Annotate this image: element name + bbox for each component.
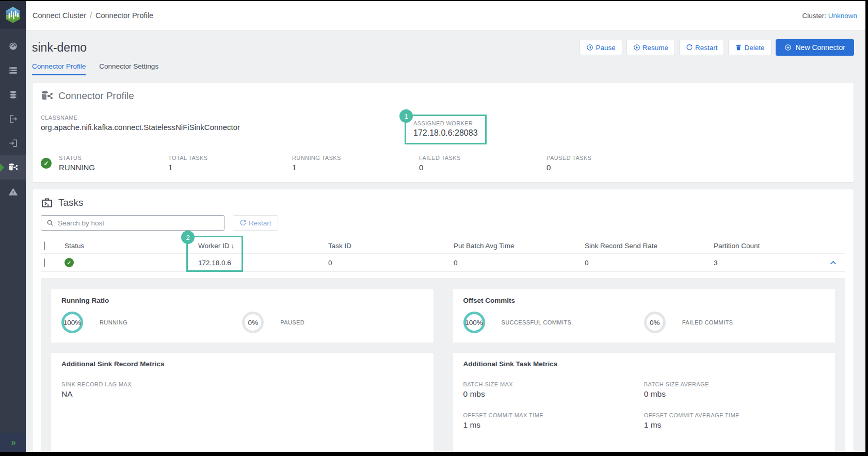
sidebar-item-producers[interactable] — [0, 107, 26, 131]
resume-button[interactable]: Resume — [626, 40, 675, 55]
sink-record-metrics-title: Additional Sink Record Metrics — [61, 360, 423, 368]
refresh-icon — [686, 44, 693, 51]
connector-profile-card-header: Connector Profile — [41, 90, 845, 102]
col-worker-id[interactable]: Worker ID↓ — [198, 242, 328, 250]
metric-sink-record-lag-max: SINK RECORD LAG MAX NA — [61, 381, 242, 399]
connector-profile-card-title: Connector Profile — [58, 90, 134, 102]
sidebar-item-alerts[interactable] — [0, 180, 26, 204]
restart-button[interactable]: Restart — [679, 40, 725, 55]
tab-connector-profile[interactable]: Connector Profile — [32, 62, 86, 75]
running-ratio-title: Running Ratio — [61, 297, 423, 304]
metric-offset-commit-average-time: OFFSET COMMIT AVERAGE TIME 1 ms — [644, 412, 825, 430]
chevron-double-right-icon: » — [11, 437, 14, 448]
sidebar-item-connect[interactable] — [0, 155, 26, 180]
app-window: » Connect Cluster / Connector Profile Cl… — [0, 1, 865, 452]
pause-circle-icon — [586, 44, 593, 51]
col-put-batch-avg-time[interactable]: Put Batch Avg Time — [454, 242, 585, 250]
search-input[interactable] — [58, 219, 219, 227]
assigned-worker-value: 172.18.0.6:28083 — [413, 128, 478, 138]
app-logo[interactable] — [0, 1, 26, 29]
page-title: sink-demo — [32, 41, 87, 55]
running-ratio-paused: 0% PAUSED — [242, 312, 423, 333]
stat-failed-tasks: FAILED TASKS 0 — [419, 155, 546, 172]
gauge-icon — [8, 41, 18, 51]
tab-connector-settings[interactable]: Connector Settings — [99, 62, 158, 75]
row-put-batch-avg-time: 0 — [454, 259, 585, 267]
sort-desc-icon: ↓ — [231, 242, 235, 250]
refresh-icon — [239, 219, 247, 226]
new-connector-button[interactable]: New Connector — [776, 39, 855, 56]
breadcrumb-connector-profile: Connector Profile — [95, 11, 153, 20]
offset-commits-successful: 100% SUCCESSFUL COMMITS — [463, 312, 644, 333]
smm-hexagon-logo-icon — [5, 6, 21, 24]
annotation-badge-1: 1 — [399, 109, 413, 123]
tasks-restart-button[interactable]: Restart — [233, 215, 278, 231]
breadcrumb-separator: / — [90, 11, 92, 20]
brokers-icon — [8, 66, 18, 75]
stat-paused-tasks: PAUSED TASKS 0 — [546, 155, 591, 172]
connector-icon — [41, 90, 53, 102]
row-checkbox[interactable] — [44, 258, 45, 267]
check-circle-icon: ✓ — [41, 158, 52, 169]
annotation-badge-2: 2 — [181, 231, 195, 244]
offset-commits-title: Offset Commits — [463, 297, 825, 304]
task-row: ✓ 172.18.0.6 0 0 0 3 — [41, 253, 845, 272]
tasks-card: Tasks Restart 2 — [32, 189, 854, 452]
plus-circle-icon — [784, 44, 792, 51]
sink-task-metrics-title: Additional Sink Task Metrics — [463, 360, 825, 368]
alert-triangle-icon — [8, 187, 18, 197]
sidebar-item-topics[interactable] — [0, 83, 26, 107]
sidebar-item-brokers[interactable] — [0, 58, 26, 83]
col-sink-record-send-rate[interactable]: Sink Record Send Rate — [585, 242, 714, 250]
tasks-table-header: Status Worker ID↓ Task ID Put Batch Avg … — [41, 238, 845, 253]
successful-commits-ring: 100% — [463, 312, 485, 333]
connect-icon — [8, 162, 18, 172]
assigned-worker-annotation-box: 1 ASSIGNED WORKER 172.18.0.6:28083 — [405, 115, 487, 144]
pause-button[interactable]: Pause — [580, 40, 622, 55]
tasks-table: 2 Status Worker ID↓ Task ID Put Batch Av… — [41, 238, 845, 272]
action-buttons: Pause Resume Restart Delete — [580, 39, 854, 56]
status-value: RUNNING — [59, 163, 95, 172]
top-header: Connect Cluster / Connector Profile Clus… — [26, 1, 865, 30]
classname-value: org.apache.nifi.kafka.connect.StatelessN… — [41, 123, 405, 132]
search-icon — [46, 219, 54, 226]
collapse-row-chevron-up-icon[interactable] — [829, 259, 837, 267]
sidebar-item-overview[interactable] — [0, 34, 26, 58]
sink-record-metrics-panel: Additional Sink Record Metrics SINK RECO… — [51, 353, 433, 452]
metric-offset-commit-max-time: OFFSET COMMIT MAX TIME 1 ms — [463, 412, 644, 430]
topics-icon — [8, 90, 18, 100]
col-status[interactable]: Status — [65, 242, 198, 250]
sidebar: » — [0, 1, 26, 452]
running-ring: 100% — [61, 312, 83, 333]
col-task-id[interactable]: Task ID — [328, 242, 454, 250]
select-all-checkbox[interactable] — [44, 241, 45, 250]
stat-running-tasks: RUNNING TASKS 1 — [292, 155, 419, 172]
classname-worker-row: CLASSNAME org.apache.nifi.kafka.connect.… — [41, 115, 845, 144]
assigned-worker-label: ASSIGNED WORKER — [413, 120, 478, 126]
cluster-value-link[interactable]: Unknown — [828, 12, 857, 20]
sidebar-expand-button[interactable]: » — [0, 433, 26, 452]
page-content: sink-demo Pause Resume Restart — [26, 30, 865, 452]
row-task-id: 0 — [328, 259, 454, 267]
classname-label: CLASSNAME — [41, 115, 405, 121]
breadcrumb-connect-cluster[interactable]: Connect Cluster — [33, 11, 86, 20]
classname-field: CLASSNAME org.apache.nifi.kafka.connect.… — [41, 115, 405, 132]
tasks-card-header: Tasks — [41, 197, 845, 209]
producers-icon — [8, 114, 18, 124]
row-worker-id: 172.18.0.6 — [198, 259, 328, 267]
metric-batch-size-average: BATCH SIZE AVERAGE 0 mbs — [644, 381, 825, 399]
tasks-toolbar: Restart — [41, 215, 845, 231]
sidebar-nav — [0, 29, 26, 433]
delete-button[interactable]: Delete — [728, 40, 771, 55]
tab-bar: Connector Profile Connector Settings — [32, 62, 854, 75]
col-partition-count[interactable]: Partition Count — [714, 242, 821, 250]
connector-stats-row: ✓ STATUS RUNNING TOTAL TASKS 1 RUNNING T… — [41, 155, 845, 172]
running-ratio-panel: Running Ratio 100% RUNNING 0% PAUSED — [51, 289, 433, 343]
task-detail-panel: Running Ratio 100% RUNNING 0% PAUSED — [41, 278, 845, 452]
breadcrumb: Connect Cluster / Connector Profile — [33, 11, 153, 20]
main-area: Connect Cluster / Connector Profile Clus… — [26, 1, 865, 452]
failed-commits-ring: 0% — [644, 312, 666, 333]
search-box — [41, 215, 224, 231]
sidebar-item-consumers[interactable] — [0, 131, 26, 155]
offset-commits-failed: 0% FAILED COMMITS — [644, 312, 825, 333]
